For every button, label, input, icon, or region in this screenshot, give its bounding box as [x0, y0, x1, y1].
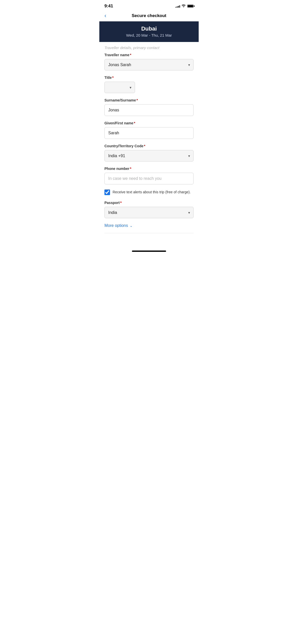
travel-dates: Wed, 20 Mar - Thu, 21 Mar: [104, 33, 194, 37]
country-code-label: Country/Territory Code *: [104, 144, 194, 148]
traveller-name-select[interactable]: Jonas Sarah: [104, 59, 194, 70]
required-indicator: *: [112, 76, 114, 80]
required-indicator: *: [137, 98, 138, 102]
text-alerts-label[interactable]: Receive text alerts about this trip (fre…: [113, 190, 191, 195]
section-divider: [104, 233, 194, 233]
text-alerts-checkbox[interactable]: [104, 189, 110, 195]
wifi-icon: [182, 4, 186, 8]
back-button[interactable]: ‹: [104, 13, 106, 19]
required-indicator: *: [120, 201, 121, 205]
required-indicator: *: [144, 144, 145, 148]
traveller-name-field: Traveller name * Jonas Sarah ▾: [104, 53, 194, 70]
status-time: 9:41: [104, 4, 113, 9]
chevron-double-down-icon: ⌄: [130, 224, 133, 228]
required-indicator: *: [130, 53, 131, 57]
text-alerts-checkbox-wrapper[interactable]: [104, 189, 110, 195]
passport-select-wrapper: India United States United Kingdom Austr…: [104, 207, 194, 218]
country-code-field: Country/Territory Code * India +91 Unite…: [104, 144, 194, 162]
given-name-input[interactable]: [104, 127, 194, 139]
surname-input[interactable]: [104, 104, 194, 116]
passport-label: Passport *: [104, 201, 194, 205]
title-select-wrapper: Mr Mrs Ms Dr ▾: [104, 82, 135, 93]
country-code-select[interactable]: India +91 United States +1 United Kingdo…: [104, 150, 194, 162]
more-options-label: More options: [104, 223, 128, 228]
traveller-name-select-wrapper: Jonas Sarah ▾: [104, 59, 194, 70]
traveller-name-label: Traveller name *: [104, 53, 194, 57]
text-alerts-row: Receive text alerts about this trip (fre…: [104, 189, 194, 195]
page-title: Secure checkout: [132, 13, 166, 18]
phone-number-input[interactable]: [104, 173, 194, 184]
section-title: Traveller details, primary contact: [104, 42, 194, 53]
phone-number-label: Phone number *: [104, 167, 194, 171]
given-name-label: Given/First name *: [104, 121, 194, 125]
more-options-button[interactable]: More options ⌄: [104, 223, 194, 228]
title-field: Title * Mr Mrs Ms Dr ▾: [104, 76, 194, 93]
home-indicator: [99, 248, 199, 254]
phone-number-field: Phone number *: [104, 167, 194, 184]
required-indicator: *: [130, 167, 131, 171]
status-bar: 9:41: [99, 0, 199, 11]
header-banner: Dubai Wed, 20 Mar - Thu, 21 Mar: [99, 21, 199, 42]
nav-bar: ‹ Secure checkout: [99, 11, 199, 21]
home-bar: [132, 251, 166, 252]
given-name-field: Given/First name *: [104, 121, 194, 139]
surname-field: Surname/Surname *: [104, 98, 194, 116]
form-section: Traveller details, primary contact Trave…: [99, 42, 199, 243]
passport-select[interactable]: India United States United Kingdom Austr…: [104, 207, 194, 218]
destination-city: Dubai: [104, 25, 194, 32]
required-indicator: *: [134, 121, 135, 125]
title-select[interactable]: Mr Mrs Ms Dr: [104, 82, 135, 93]
surname-label: Surname/Surname *: [104, 98, 194, 102]
battery-icon: [187, 5, 194, 8]
country-code-select-wrapper: India +91 United States +1 United Kingdo…: [104, 150, 194, 162]
signal-icon: [175, 5, 180, 8]
passport-field: Passport * India United States United Ki…: [104, 201, 194, 218]
status-icons: [175, 4, 194, 8]
title-label: Title *: [104, 76, 194, 80]
